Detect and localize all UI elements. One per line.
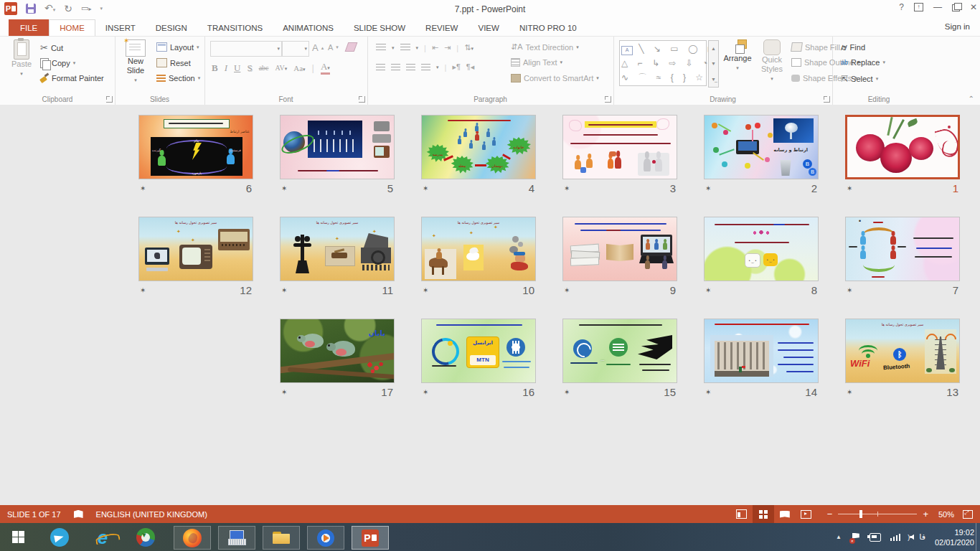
select-button[interactable]: ⇱Select▾ [841,74,878,84]
slide-sorter-view-button[interactable] [753,505,774,523]
zoom-slider[interactable] [838,514,917,514]
powerpoint-taskbar-icon[interactable]: P [352,526,389,550]
copy-button[interactable]: Copy▾ [40,58,75,68]
shrink-font-button[interactable]: A▾ [328,43,339,52]
spellcheck-icon[interactable] [74,510,83,518]
format-painter-button[interactable]: Format Painter [40,74,104,83]
slide-14-thumbnail[interactable] [704,319,819,383]
slide-sorter-area[interactable]: عناصر ارتباط پیام گیرنده فرستنده بازخورد… [0,105,980,505]
grow-font-button[interactable]: A▴ [312,42,324,53]
tab-transitions[interactable]: TRANSITIONS [197,19,273,36]
fit-slide-to-window-button[interactable] [963,510,973,519]
slide-1-thumbnail-selected[interactable] [845,115,960,179]
action-center-flag-icon[interactable] [851,533,860,542]
power-icon[interactable] [870,533,881,542]
zoom-out-button[interactable]: − [827,509,833,519]
font-size-combo[interactable]: ▾ [282,41,309,57]
slideshow-view-button[interactable] [796,505,817,523]
media-player-icon[interactable] [307,526,344,550]
slide-2-thumbnail[interactable]: ارتباط و رسانه B B [704,115,819,179]
slide-4-thumbnail[interactable]: خانواده دوستان محله مدرسه [421,115,536,179]
justify-icon[interactable] [421,64,430,71]
underline-button[interactable]: U [234,62,240,74]
shapes-gallery[interactable]: A ╲ ↘ ▭ ◯ ▢ △ ⌐ ↳ ⇨ ⇩ ◔ ∿ ⌒ ≈ { } ☆ [619,40,707,86]
slide-7-thumbnail[interactable]: ▪ [845,217,960,281]
reading-view-button[interactable] [774,505,796,523]
tab-home[interactable]: HOME [49,19,95,36]
restore-button[interactable] [952,4,960,11]
italic-button[interactable]: I [225,62,227,74]
tab-slide-show[interactable]: SLIDE SHOW [344,19,415,36]
find-button[interactable]: ⌭Find [841,42,865,52]
shapes-gallery-scroll[interactable]: ▲▼▼̲ [708,40,719,88]
bullets-icon[interactable] [376,44,386,52]
numbering-icon[interactable] [400,44,410,52]
sign-in-link[interactable]: Sign in [945,22,970,31]
collapse-ribbon-button[interactable]: ⌃ [969,95,974,103]
minimize-button[interactable]: — [933,2,942,12]
clear-formatting-button[interactable] [347,42,356,52]
ltr-direction-icon[interactable]: ▸¶ [452,62,460,72]
clock[interactable]: 19:02 02/01/2020 [935,527,974,547]
network-signal-icon[interactable] [890,534,901,541]
show-desktop-button[interactable] [976,523,980,551]
slide-11-thumbnail[interactable]: سیر تصویری تحول رسانه ها ✦✦ [280,217,395,281]
tab-insert[interactable]: INSERT [95,19,146,36]
file-explorer-icon[interactable] [263,526,300,550]
slide-3-thumbnail[interactable] [562,115,677,179]
telegram-icon[interactable] [42,526,77,548]
tab-nitro-pro[interactable]: NITRO PRO 10 [509,19,587,36]
rtl-direction-icon[interactable]: ¶◂ [466,62,474,72]
line-spacing-icon[interactable]: ⇅▾ [464,43,473,52]
internet-explorer-icon[interactable]: e [85,526,121,548]
tab-file[interactable]: FILE [9,19,49,36]
align-left-icon[interactable] [376,64,385,71]
language-indicator[interactable]: ENGLISH (UNITED KINGDOM) [96,510,207,519]
zoom-in-button[interactable]: + [923,509,928,519]
tab-design[interactable]: DESIGN [146,19,197,36]
reset-button[interactable]: Reset [156,58,191,67]
text-box-icon[interactable]: A [621,46,633,55]
clipboard-dialog-launcher[interactable] [106,96,113,103]
paragraph-dialog-launcher[interactable] [605,96,611,103]
change-case-button[interactable]: Aa▾ [293,64,305,72]
slide-12-thumbnail[interactable]: سیر تصویری تحول رسانه ها ✦✦ [138,217,253,281]
firefox-icon[interactable] [174,526,211,550]
convert-smartart-button[interactable]: Convert to SmartArt▾ [511,74,599,83]
shadow-button[interactable]: S [247,62,252,74]
align-center-icon[interactable] [391,64,400,71]
increase-indent-icon[interactable]: ⇥ [444,43,451,52]
help-button[interactable]: ? [899,2,904,12]
align-right-icon[interactable] [406,64,415,71]
cut-button[interactable]: ✂Cut [40,42,63,53]
quick-styles-button[interactable]: Quick Styles▾ [755,39,788,83]
drawing-dialog-launcher[interactable] [824,96,830,103]
decrease-indent-icon[interactable]: ⇤ [432,43,438,52]
arrange-button[interactable]: Arrange▾ [721,39,754,72]
align-text-button[interactable]: Align Text▾ [511,58,562,67]
slide-17-thumbnail[interactable]: پایان [280,319,395,383]
slide-10-thumbnail[interactable]: سیر تصویری تحول رسانه ها ✦✦✦ [421,217,536,281]
close-button[interactable]: ✕ [970,2,977,12]
section-button[interactable]: Section▾ [156,74,200,83]
layout-button[interactable]: Layout▾ [156,42,199,52]
strikethrough-button[interactable]: abc [259,64,269,72]
slide-16-thumbnail[interactable]: ایرانسل MTN [421,319,536,383]
bold-button[interactable]: B [212,62,218,74]
zoom-level[interactable]: 50% [938,510,954,519]
tab-animations[interactable]: ANIMATIONS [273,19,344,36]
ribbon-display-options-button[interactable]: ↑ [914,3,923,11]
zoom-slider-thumb[interactable] [859,510,862,518]
slide-6-thumbnail[interactable]: عناصر ارتباط پیام گیرنده فرستنده بازخورد [138,115,253,179]
font-name-combo[interactable]: ▾ [210,41,282,57]
font-dialog-launcher[interactable] [359,96,365,103]
normal-view-button[interactable] [731,505,753,523]
tab-review[interactable]: REVIEW [415,19,468,36]
text-direction-button[interactable]: ⇵AText Direction▾ [511,42,579,52]
new-slide-button[interactable]: New Slide▾ [121,39,151,85]
slide-15-thumbnail[interactable]: ـــ [562,319,677,383]
slide-9-thumbnail[interactable] [562,217,677,281]
tab-view[interactable]: VIEW [468,19,509,36]
start-button[interactable] [0,526,36,548]
idm-icon[interactable] [128,526,164,548]
